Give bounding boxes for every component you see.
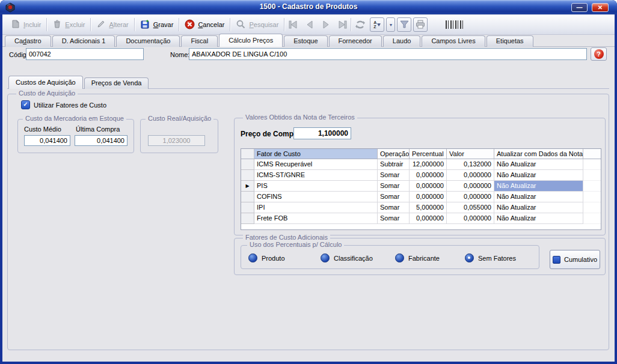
cell-fator[interactable]: COFINS	[254, 192, 378, 202]
subtab-custos-aquisicao[interactable]: Custos de Aquisição	[8, 76, 83, 89]
cell-atualizar[interactable]: Não Atualizar	[494, 213, 583, 224]
tab-fornecedor[interactable]: Fornecedor	[329, 35, 382, 47]
cell-operacao[interactable]: Somar	[378, 181, 410, 192]
cell-operacao[interactable]: Somar	[378, 213, 410, 224]
previous-record-button[interactable]	[301, 17, 318, 32]
cell-operacao[interactable]: Subtrair	[378, 159, 410, 170]
cell-operacao[interactable]: Somar	[378, 202, 410, 213]
refresh-icon[interactable]	[352, 17, 368, 32]
cell-valor[interactable]: 0,000000	[447, 213, 494, 224]
table-row[interactable]: IPI Somar 5,000000 0,055000 Não Atualiza…	[241, 202, 601, 213]
pesquisar-button[interactable]: Pesquisar	[231, 16, 283, 34]
excluir-button[interactable]: Excluir	[48, 16, 90, 34]
tab-fiscal[interactable]: Fiscal	[181, 35, 218, 47]
utilizar-fatores-checkbox[interactable]: ✓ Utilizar Fatores de Custo	[21, 100, 106, 109]
row-selector[interactable]	[241, 192, 254, 202]
minimize-button[interactable]: —	[571, 3, 588, 12]
cell-atualizar[interactable]: Não Atualizar	[494, 159, 583, 170]
cell-atualizar[interactable]: Não Atualizar	[494, 192, 583, 202]
app-window: 1500 - Cadastro de Produtos — ✕ Incluir …	[0, 0, 617, 364]
tab-etiquetas[interactable]: Etiquetas	[487, 35, 533, 47]
cell-percentual[interactable]: 0,000000	[410, 213, 447, 224]
sort-dropdown-button[interactable]: ▼	[386, 17, 395, 32]
nome-input[interactable]	[189, 48, 587, 60]
next-record-button[interactable]	[318, 17, 334, 32]
help-button[interactable]: ?	[591, 47, 607, 61]
subtab-precos-venda[interactable]: Preços de Venda	[84, 77, 149, 89]
table-header-row: Fator de Custo Operação Percentual Valor…	[241, 149, 601, 159]
cell-valor[interactable]: 0,132000	[447, 159, 494, 170]
table-row[interactable]: Frete FOB Somar 0,000000 0,000000 Não At…	[241, 213, 601, 224]
tab-documentacao[interactable]: Documentação	[116, 35, 180, 47]
cell-fator[interactable]: ICMS-ST/GNRE	[254, 170, 378, 181]
tab-estoque[interactable]: Estoque	[284, 35, 327, 47]
tab-d-adicionais-1[interactable]: D. Adicionais 1	[52, 35, 115, 47]
cell-atualizar[interactable]: Não Atualizar	[494, 202, 583, 213]
col-valor[interactable]: Valor	[447, 149, 494, 159]
cell-percentual[interactable]: 0,000000	[410, 181, 447, 192]
close-button[interactable]: ✕	[592, 3, 609, 12]
radio-produto[interactable]: Produto	[248, 253, 285, 262]
first-record-button[interactable]	[285, 17, 301, 32]
save-icon	[140, 19, 150, 31]
preco-compra-input[interactable]	[293, 127, 351, 139]
cell-percentual[interactable]: 12,000000	[410, 159, 447, 170]
row-selector[interactable]: ▶	[241, 181, 254, 192]
radio-classificacao[interactable]: Classificação	[321, 253, 373, 262]
tab-campos-livres[interactable]: Campos Livres	[422, 35, 485, 47]
row-selector[interactable]	[241, 170, 254, 181]
codigo-input[interactable]	[26, 48, 144, 60]
tab-laudo[interactable]: Laudo	[383, 35, 421, 47]
cell-fator[interactable]: PIS	[254, 181, 378, 192]
radio-icon	[321, 253, 330, 262]
tab-cadastro[interactable]: Cadastro	[5, 35, 51, 47]
cell-fator[interactable]: IPI	[254, 202, 378, 213]
chevron-down-icon: ▼	[388, 23, 393, 27]
cell-valor[interactable]: 0,000000	[447, 170, 494, 181]
table-row-current[interactable]: ▶ PIS Somar 0,000000 0,000000 Não Atuali…	[241, 181, 601, 192]
cell-valor[interactable]: 0,055000	[447, 202, 494, 213]
col-fator-de-custo[interactable]: Fator de Custo	[254, 149, 378, 159]
cell-operacao[interactable]: Somar	[378, 170, 410, 181]
col-operacao[interactable]: Operação	[378, 149, 410, 159]
table-row[interactable]: ICMS Recuperável Subtrair 12,000000 0,13…	[241, 159, 601, 170]
custo-medio-input[interactable]	[24, 135, 70, 146]
filter-button[interactable]	[397, 17, 411, 32]
row-selector[interactable]	[241, 159, 254, 170]
ultima-compra-input[interactable]	[75, 135, 127, 146]
cell-atualizar-selected[interactable]: Não Atualizar	[494, 181, 583, 192]
radio-fabricante[interactable]: Fabricante	[395, 253, 440, 262]
current-row-marker-icon: ▶	[245, 181, 249, 191]
table-row[interactable]: COFINS Somar 0,000000 0,000000 Não Atual…	[241, 192, 601, 202]
cell-percentual[interactable]: 0,000000	[410, 192, 447, 202]
col-atualizar[interactable]: Atualizar com Dados da Nota	[494, 149, 583, 159]
radio-sem-fatores[interactable]: Sem Fatores	[465, 253, 516, 262]
tab-calculo-precos[interactable]: Cálculo Preços	[219, 34, 283, 47]
gravar-button[interactable]: Gravar	[135, 16, 179, 34]
utilizar-fatores-label: Utilizar Fatores de Custo	[34, 102, 106, 109]
col-percentual[interactable]: Percentual	[410, 149, 447, 159]
last-record-button[interactable]	[334, 17, 350, 32]
title-bar[interactable]: 1500 - Cadastro de Produtos — ✕	[0, 0, 617, 14]
alterar-button[interactable]: Alterar	[91, 16, 133, 34]
cumulativo-button[interactable]: Cumulativo	[550, 250, 600, 269]
cell-operacao[interactable]: Somar	[378, 192, 410, 202]
alterar-label: Alterar	[109, 21, 128, 28]
cell-valor[interactable]: 0,000000	[447, 181, 494, 192]
cell-percentual[interactable]: 0,000000	[410, 170, 447, 181]
printer-icon	[416, 20, 425, 30]
cell-fator[interactable]: ICMS Recuperável	[254, 159, 378, 170]
cell-atualizar[interactable]: Não Atualizar	[494, 170, 583, 181]
table-row[interactable]: ICMS-ST/GNRE Somar 0,000000 0,000000 Não…	[241, 170, 601, 181]
cell-percentual[interactable]: 5,000000	[410, 202, 447, 213]
cell-fator[interactable]: Frete FOB	[254, 213, 378, 224]
cancelar-button[interactable]: Cancelar	[180, 16, 229, 34]
radio-sem-fatores-label: Sem Fatores	[478, 255, 516, 262]
row-selector[interactable]	[241, 202, 254, 213]
custo-medio-label: Custo Médio	[24, 126, 61, 133]
sort-button[interactable]: AZ	[370, 17, 384, 32]
print-button[interactable]	[413, 17, 428, 32]
cell-valor[interactable]: 0,000000	[447, 192, 494, 202]
incluir-button[interactable]: Incluir	[6, 16, 46, 34]
row-selector[interactable]	[241, 213, 254, 224]
